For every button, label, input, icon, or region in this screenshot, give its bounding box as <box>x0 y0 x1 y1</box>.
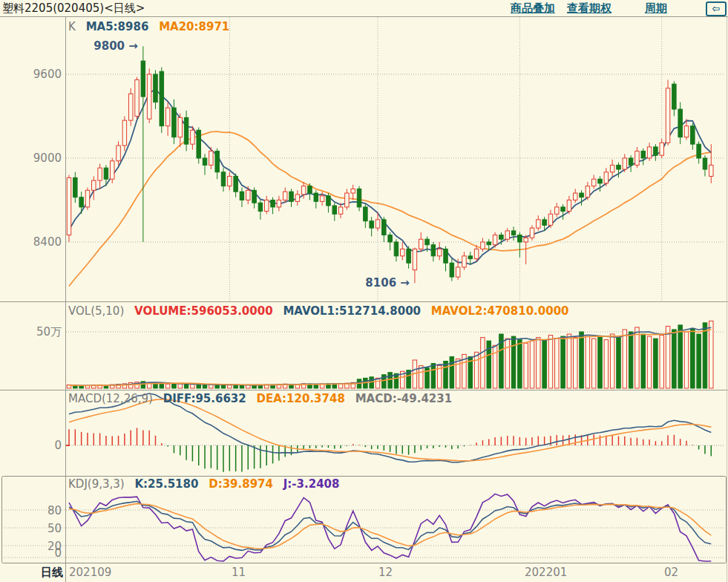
vol-params-label: VOL(5,10) <box>68 304 124 318</box>
candle-body <box>604 172 609 183</box>
macd-params-label: MACD(12,26,9) <box>68 392 153 405</box>
volume-bar <box>555 339 560 388</box>
kdj-d-line <box>69 503 711 549</box>
candle-body <box>474 249 479 258</box>
volume-bar <box>580 332 584 388</box>
volume-bar <box>591 339 596 388</box>
candle-body <box>332 206 337 214</box>
x-axis-label: 202201 <box>525 566 584 579</box>
candle-body <box>425 239 430 245</box>
candle-body <box>289 192 294 201</box>
k-label: K <box>68 20 76 33</box>
volume-bar <box>537 338 541 388</box>
candle-body <box>468 256 473 259</box>
back-arrow-icon[interactable]: ⇦ <box>706 1 727 16</box>
volume-bar <box>240 385 244 388</box>
candle-body <box>79 197 84 207</box>
candle-body <box>85 190 90 207</box>
volume-bar <box>85 386 90 388</box>
candle-body <box>154 74 158 102</box>
candle-body <box>586 186 590 197</box>
volume-bar <box>573 338 577 388</box>
candle-body <box>209 151 214 166</box>
volume-bar <box>697 334 701 388</box>
x-axis-label: 11 <box>232 566 291 579</box>
volume-bar <box>598 336 603 388</box>
candle-body <box>703 158 707 169</box>
price-axis-label: 9000 <box>0 151 62 165</box>
volume-legend: VOL(5,10) VOLUME:596053.0000 MAVOL1:5127… <box>68 304 576 318</box>
candle-body <box>165 108 170 125</box>
candle-body <box>617 165 621 169</box>
volume-bar <box>530 341 534 388</box>
candle-body <box>548 214 553 225</box>
top-bar: 塑料2205(020405)<日线> 商品叠加 查看期权 周期 ⇦ <box>0 0 728 17</box>
candle-body <box>610 165 614 171</box>
volume-bar <box>647 336 652 388</box>
candle-body <box>394 242 399 256</box>
macd-axis-label: 0 <box>0 439 62 452</box>
volume-bar <box>678 325 683 388</box>
mavol2-value: MAVOL2:470810.0000 <box>431 304 569 318</box>
annotation-9800: 9800 → <box>94 39 138 53</box>
candle-body <box>327 196 331 206</box>
candle-body <box>407 249 411 263</box>
candle-body <box>277 200 281 206</box>
kdj-axis-label: 0 <box>0 546 62 560</box>
volume-bar <box>450 356 454 388</box>
link-period[interactable]: 周期 <box>645 1 667 16</box>
chart-canvas[interactable]: 9800 →8106 → <box>0 0 728 582</box>
candle-body <box>660 143 664 155</box>
candle-body <box>555 207 560 214</box>
candle-body <box>505 231 510 239</box>
volume-bar <box>629 332 633 388</box>
link-view-options[interactable]: 查看期权 <box>567 1 611 16</box>
candle-body <box>191 130 195 144</box>
candle-body <box>141 61 145 97</box>
candle-body <box>524 238 528 242</box>
candle-body <box>678 109 683 137</box>
volume-bar <box>691 328 695 388</box>
volume-bar <box>178 384 183 388</box>
candle-body <box>67 177 71 235</box>
candle-body <box>271 200 275 206</box>
candle-body <box>413 249 417 269</box>
candle-body <box>672 84 677 109</box>
candle-body <box>376 220 380 228</box>
volume-bar <box>511 336 516 388</box>
candle-body <box>92 180 96 190</box>
candle-body <box>338 207 343 214</box>
main-chart-legend: K MA5:8986 MA20:8971 <box>68 20 236 33</box>
volume-bar <box>228 385 232 388</box>
volume-bar <box>703 323 707 388</box>
kdj-k-value: K:25.5180 <box>134 477 198 491</box>
volume-bar <box>388 373 393 388</box>
volume-bar <box>623 330 627 388</box>
link-commodity-overlay[interactable]: 商品叠加 <box>511 1 555 16</box>
candle-body <box>623 158 627 169</box>
candle-body <box>697 144 701 158</box>
volume-bar <box>160 384 164 388</box>
x-axis-label: 02 <box>664 566 724 579</box>
candle-body <box>345 193 350 207</box>
candle-body <box>160 71 164 125</box>
candle-body <box>444 249 448 263</box>
contract-title: 塑料2205(020405)<日线> <box>2 1 145 16</box>
candle-body <box>419 239 423 249</box>
volume-bar <box>561 336 565 388</box>
candle-body <box>666 88 670 143</box>
candle-body <box>573 193 577 200</box>
candle-body <box>493 235 497 245</box>
kdj-legend: KDJ(9,3,3) K:25.5180 D:39.8974 J:-3.2408 <box>68 477 346 491</box>
volume-bar <box>548 336 553 388</box>
diff-value: DIFF:95.6632 <box>163 392 246 405</box>
volume-bar <box>542 340 547 388</box>
candle-body <box>314 193 318 201</box>
candle-body <box>561 207 565 212</box>
candle-body <box>462 256 467 267</box>
kdj-j-value: J:-3.2408 <box>283 477 340 491</box>
volume-bar <box>567 334 571 388</box>
candle-body <box>567 200 571 211</box>
candle-body <box>691 126 695 144</box>
kdj-axis-label: 80 <box>0 504 62 517</box>
